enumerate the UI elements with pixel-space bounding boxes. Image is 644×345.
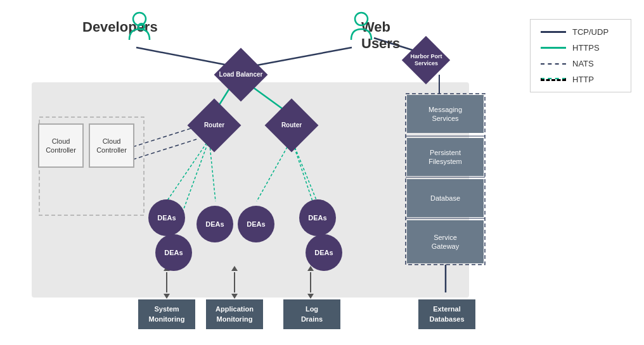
cloud-controller-2: Cloud Controller — [89, 123, 134, 168]
https-line-icon — [541, 47, 566, 49]
svg-point-30 — [355, 13, 368, 25]
tcp-label: TCP/UDP — [572, 27, 609, 37]
svg-line-1 — [250, 47, 352, 66]
external-databases-box: External Databases — [418, 299, 475, 329]
load-balancer-label: Load Balancer — [219, 71, 263, 78]
legend-https: HTTPS — [541, 43, 621, 53]
service-gateway-box: Service Gateway — [407, 220, 484, 263]
svg-line-0 — [136, 47, 235, 66]
persistent-filesystem-box: Persistent Filesystem — [407, 138, 484, 176]
web-users-person-icon — [349, 11, 374, 43]
developer-person-icon — [127, 11, 152, 43]
system-monitoring-box: System Monitoring — [138, 299, 195, 329]
messaging-services-box: Messaging Services — [407, 95, 484, 133]
http-label: HTTP — [572, 75, 594, 84]
harbor-label: Harbor Port Services — [406, 53, 447, 67]
cloud-controllers-group: Cloud Controller Cloud Controller — [38, 123, 134, 168]
legend-http: HTTP — [541, 75, 621, 84]
dea-circle-4: DEAs — [238, 206, 274, 242]
nats-line-icon — [541, 63, 566, 65]
dea-circle-5: DEAs — [299, 199, 336, 236]
legend-nats: NATS — [541, 59, 621, 68]
app-monitoring-box: Application Monitoring — [206, 299, 263, 329]
background-zone — [32, 82, 469, 298]
router2-label: Router — [269, 122, 314, 129]
router1-label: Router — [192, 122, 236, 129]
log-drains-box: Log Drains — [283, 299, 340, 329]
legend-tcp: TCP/UDP — [541, 27, 621, 37]
cloud-controller-1: Cloud Controller — [38, 123, 84, 168]
svg-point-29 — [133, 13, 146, 25]
dea-circle-2: DEAs — [196, 206, 233, 242]
dea-circle-1: DEAs — [148, 199, 185, 236]
https-label: HTTPS — [572, 43, 600, 53]
tcp-line-icon — [541, 31, 566, 33]
nats-label: NATS — [572, 59, 594, 68]
diagram-area: TCP/UDP HTTPS NATS HTTP — [0, 0, 644, 345]
database-box: Database — [407, 179, 484, 217]
harbor-diamond: Harbor Port Services — [402, 36, 450, 84]
dea-circle-6: DEAs — [306, 234, 342, 271]
dea-circle-3: DEAs — [155, 234, 192, 271]
legend: TCP/UDP HTTPS NATS HTTP — [530, 19, 631, 92]
http-line-icon — [541, 78, 566, 81]
